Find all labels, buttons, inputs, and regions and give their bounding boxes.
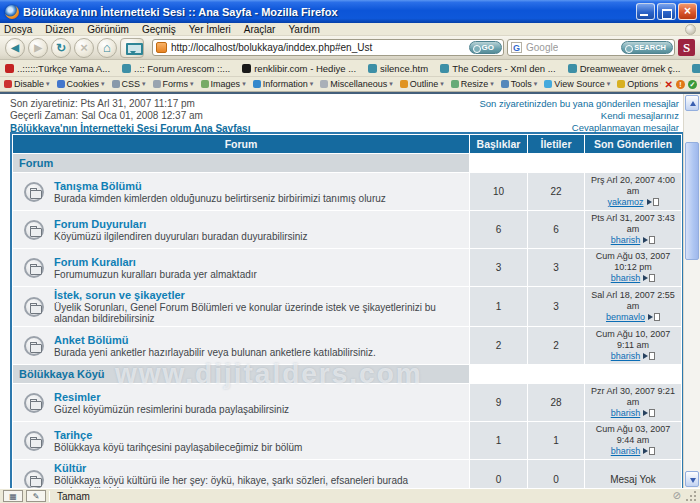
restore-button[interactable] [657,3,676,20]
brand-s-icon[interactable]: S [678,39,695,56]
devtoolbar-item[interactable]: Forms [153,79,194,89]
devtoolbar-item[interactable]: Information [253,79,314,89]
devtoolbar-item[interactable]: Images [201,79,246,89]
forum-link[interactable]: Tanışma Bölümü [54,180,386,193]
last-post-user-link[interactable]: bharish [611,351,641,361]
forum-link[interactable]: İstek, sorun ve şikayetler [54,289,465,302]
forward-button[interactable] [28,38,48,58]
latest-post-icon[interactable] [643,235,655,246]
quick-link[interactable]: Kendi mesajlarınız [479,110,679,122]
category-title[interactable]: Forum [13,154,469,172]
forum-link[interactable]: Forum Duyuruları [54,218,307,231]
last-post-user-link[interactable]: bharish [611,273,641,283]
scrollbar-thumb[interactable] [685,142,699,260]
category-title[interactable]: Bölükkaya Köyü [13,365,469,383]
devtoolbar-items: DisableCookiesCSSFormsImagesInformationM… [4,79,664,89]
forum-description: Güzel köyümüzün resimlerini burada payla… [54,404,289,415]
search-button[interactable]: SEARCH [621,41,673,54]
menu-item[interactable]: Yer İmleri [189,24,231,35]
error-icon[interactable]: ✕ [665,80,673,90]
blocked-icon[interactable]: ⊘ [673,491,681,501]
bookmark-item[interactable]: silence.htm [368,63,428,74]
devtoolbar-item[interactable]: Outline [400,79,444,89]
last-post-user-link[interactable]: yakamoz [607,197,643,207]
quick-link[interactable]: Cevaplanmayan mesajlar [479,122,679,134]
stop-button[interactable] [74,38,94,58]
column-header: Başlıklar [470,135,527,153]
devtoolbar-item[interactable]: View Source [544,79,610,89]
quick-link[interactable]: Son ziyaretinizden bu yana gönderilen me… [479,98,679,110]
devtoolbar-item[interactable]: CSS [112,79,146,89]
devtoolbar-item[interactable]: Tools [501,79,538,89]
home-button[interactable] [97,38,117,58]
reload-button[interactable] [51,38,71,58]
menu-item[interactable]: Yardım [288,24,320,35]
vertical-scrollbar[interactable] [683,94,700,488]
download-manager-button[interactable] [120,38,144,58]
menu-item[interactable]: Görünüm [87,24,129,35]
devtoolbar-item[interactable]: Disable [4,79,50,89]
go-button[interactable]: GO [469,41,502,54]
forum-cell: Forum KurallarıForumumuzun kuralları bur… [13,249,469,286]
forum-link[interactable]: Kültür [54,462,465,475]
search-bar[interactable]: G Google SEARCH [507,39,675,56]
bookmark-item[interactable]: ..::::::Türkçe Yama A... [5,63,110,74]
scroll-up-button[interactable] [685,95,699,111]
devtoolbar-icon [201,80,209,88]
bookmark-icon [568,64,577,73]
menu-bar: DosyaDüzenGörünümGeçmişYer İmleriAraçlar… [0,23,700,36]
last-post-user-link[interactable]: bharish [611,408,641,418]
posts-count: 0 [528,460,584,488]
address-bar[interactable]: http://localhost/bolukkaya/inddex.php#en… [152,39,504,56]
devtoolbar-item[interactable]: Miscellaneous [320,79,393,89]
bookmark-item[interactable]: renklibir.com - Hediye ... [242,63,356,74]
devtoolbar-icon [617,80,625,88]
devtoolbar-item[interactable]: Resize [451,79,494,89]
latest-post-icon[interactable] [643,408,655,419]
devtoolbar-icon [501,80,509,88]
bookmark-icon [242,64,251,73]
menu-item[interactable]: Geçmiş [142,24,176,35]
forum-folder-icon [24,297,44,317]
forum-cell: Tanışma BölümüBurada kimden kimlerden ol… [13,173,469,210]
forum-link[interactable]: Tarihçe [54,429,302,442]
scroll-down-button[interactable] [685,471,699,487]
bookmark-item[interactable]: The Coders - Xml den ... [440,63,555,74]
warning-icon[interactable]: ! [676,80,685,89]
bookmark-item[interactable]: Webmaster Sitesi - w... [692,63,700,74]
last-post-cell: Mesaj Yok [585,460,681,488]
statusbar-edit-icon[interactable]: ✎ [26,490,46,502]
devtoolbar-label: Miscellaneous [330,79,387,89]
latest-post-icon[interactable] [648,312,660,323]
latest-post-icon[interactable] [643,351,655,362]
bookmark-item[interactable]: Dreamweaver örnek ç... [568,63,681,74]
menu-item[interactable]: Araçlar [244,24,276,35]
last-post-user-link[interactable]: bharish [611,235,641,245]
devtoolbar-item[interactable]: Options [617,79,664,89]
bookmark-item[interactable]: ..:: Forum Arescom ::... [122,63,230,74]
latest-post-icon[interactable] [643,446,655,457]
forum-link[interactable]: Anket Bölümü [54,334,376,347]
resize-grip[interactable] [685,490,697,502]
latest-post-icon[interactable] [647,197,659,208]
minimize-button[interactable] [636,3,655,20]
menu-item[interactable]: Düzen [45,24,74,35]
visit-info: Son ziyaretiniz: Pts Arl 31, 2007 11:17 … [10,98,250,130]
forum-link[interactable]: Resimler [54,391,289,404]
latest-post-icon[interactable] [643,273,655,284]
forum-cell: Forum DuyurularıKöyümüzü ilgilendiren du… [13,211,469,248]
devtoolbar-item[interactable]: Cookies [57,79,105,89]
forum-link[interactable]: Forum Kuralları [54,256,257,269]
posts-count: 1 [528,422,584,459]
valid-icon[interactable]: ✓ [688,80,697,89]
close-button[interactable]: × [678,3,697,20]
last-post-user-link[interactable]: bharish [611,446,641,456]
last-post-user-link[interactable]: benmavlo [606,312,645,322]
current-time-text: Geçerli Zaman: Sal Oca 01, 2008 12:37 am [10,110,250,122]
forum-row: Forum KurallarıForumumuzun kuralları bur… [13,249,681,286]
browser-window: Bölükkaya'nın İnternetteki Sesi :: Ana S… [0,0,700,503]
menu-item[interactable]: Dosya [4,24,32,35]
back-button[interactable] [5,38,25,58]
devtoolbar-label: Resize [461,79,489,89]
statusbar-panel-icon[interactable]: ▦ [3,490,23,502]
